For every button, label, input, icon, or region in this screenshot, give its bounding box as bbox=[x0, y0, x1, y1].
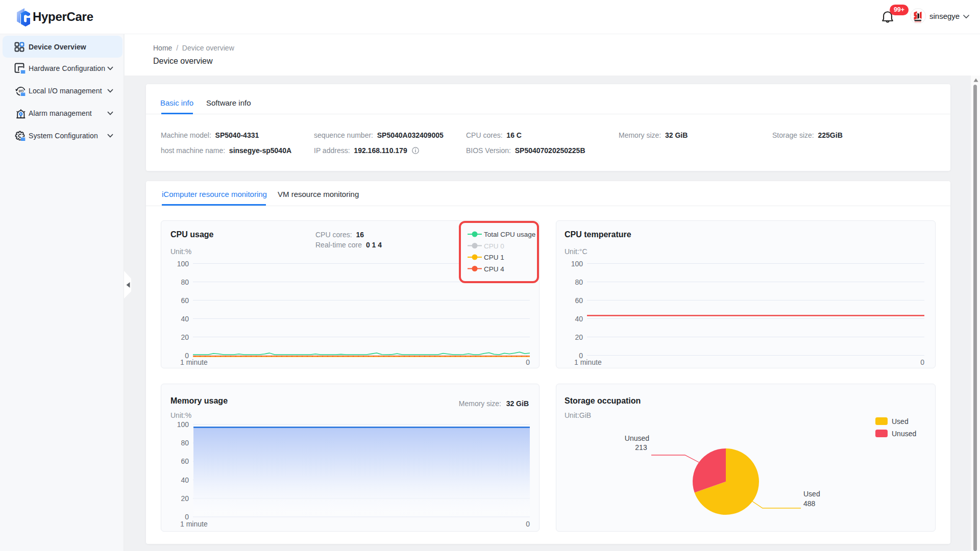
svg-text:60: 60 bbox=[575, 296, 583, 305]
svg-text:40: 40 bbox=[181, 476, 189, 484]
svg-text:Unused: Unused bbox=[892, 430, 916, 438]
svg-text:CPU cores: 16: CPU cores: 16 bbox=[315, 231, 364, 239]
svg-text:213: 213 bbox=[635, 443, 647, 452]
svg-text:100: 100 bbox=[571, 260, 583, 268]
svg-text:CPU temperature: CPU temperature bbox=[565, 230, 631, 239]
svg-text:0: 0 bbox=[920, 358, 924, 366]
svg-text:488: 488 bbox=[803, 499, 816, 508]
svg-text:Used: Used bbox=[892, 417, 909, 425]
svg-text:80: 80 bbox=[181, 278, 189, 286]
svg-text:60: 60 bbox=[181, 296, 189, 305]
svg-text:20: 20 bbox=[181, 333, 189, 341]
svg-text:1 minute: 1 minute bbox=[180, 358, 208, 366]
svg-text:0: 0 bbox=[526, 520, 530, 528]
svg-text:Memory size:: Memory size: bbox=[459, 399, 501, 408]
svg-text:CPU 0: CPU 0 bbox=[484, 242, 504, 250]
svg-text:80: 80 bbox=[181, 439, 189, 447]
svg-text:40: 40 bbox=[575, 315, 583, 323]
svg-text:1 minute: 1 minute bbox=[180, 520, 208, 528]
svg-text:Unit:°C: Unit:°C bbox=[565, 247, 587, 256]
svg-text:Storage occupation: Storage occupation bbox=[565, 396, 641, 405]
svg-text:Memory usage: Memory usage bbox=[170, 396, 228, 405]
svg-text:Unused: Unused bbox=[625, 434, 649, 442]
svg-text:CPU 1: CPU 1 bbox=[484, 254, 504, 261]
svg-text:Real-time core 0 1 4: Real-time core 0 1 4 bbox=[315, 241, 382, 249]
svg-text:CPU 4: CPU 4 bbox=[484, 265, 504, 273]
svg-text:60: 60 bbox=[181, 457, 189, 465]
svg-text:Unit:GiB: Unit:GiB bbox=[565, 411, 591, 419]
svg-text:100: 100 bbox=[177, 260, 189, 268]
svg-text:80: 80 bbox=[575, 278, 583, 286]
svg-text:32 GiB: 32 GiB bbox=[506, 399, 529, 408]
svg-text:1 minute: 1 minute bbox=[574, 358, 602, 366]
svg-text:20: 20 bbox=[181, 494, 189, 503]
svg-text:40: 40 bbox=[181, 315, 189, 323]
svg-text:0: 0 bbox=[526, 358, 530, 366]
svg-text:Total CPU usage: Total CPU usage bbox=[484, 231, 535, 238]
svg-text:100: 100 bbox=[177, 420, 189, 429]
svg-text:Unit:%: Unit:% bbox=[170, 411, 191, 419]
svg-text:Used: Used bbox=[803, 490, 820, 498]
svg-text:CPU usage: CPU usage bbox=[170, 230, 214, 239]
svg-text:Unit:%: Unit:% bbox=[170, 247, 191, 256]
svg-text:20: 20 bbox=[575, 333, 583, 341]
